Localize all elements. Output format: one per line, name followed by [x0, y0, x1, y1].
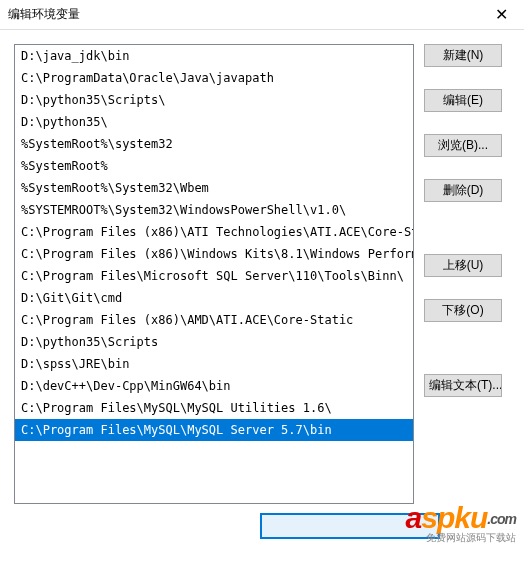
path-list[interactable]: D:\java_jdk\binC:\ProgramData\Oracle\Jav… — [14, 44, 414, 504]
path-list-item[interactable]: D:\java_jdk\bin — [15, 45, 413, 67]
path-list-item[interactable]: D:\python35\Scripts — [15, 331, 413, 353]
ok-button-area[interactable] — [260, 513, 440, 539]
move-up-button[interactable]: 上移(U) — [424, 254, 502, 277]
path-list-item[interactable]: D:\spss\JRE\bin — [15, 353, 413, 375]
path-list-item[interactable]: C:\ProgramData\Oracle\Java\javapath — [15, 67, 413, 89]
path-list-item[interactable]: D:\Git\Git\cmd — [15, 287, 413, 309]
delete-button[interactable]: 删除(D) — [424, 179, 502, 202]
browse-button[interactable]: 浏览(B)... — [424, 134, 502, 157]
path-list-item[interactable]: %SystemRoot%\system32 — [15, 133, 413, 155]
new-button[interactable]: 新建(N) — [424, 44, 502, 67]
path-list-item[interactable]: C:\Program Files\MySQL\MySQL Utilities 1… — [15, 397, 413, 419]
move-down-button[interactable]: 下移(O) — [424, 299, 502, 322]
path-list-item[interactable]: C:\Program Files\Microsoft SQL Server\11… — [15, 265, 413, 287]
path-list-item[interactable]: D:\python35\Scripts\ — [15, 89, 413, 111]
path-list-item[interactable]: %SystemRoot% — [15, 155, 413, 177]
dialog-content: D:\java_jdk\binC:\ProgramData\Oracle\Jav… — [0, 30, 524, 504]
close-icon[interactable]: ✕ — [479, 0, 524, 30]
path-list-item[interactable]: C:\Program Files (x86)\Windows Kits\8.1\… — [15, 243, 413, 265]
side-buttons: 新建(N) 编辑(E) 浏览(B)... 删除(D) 上移(U) 下移(O) 编… — [424, 44, 502, 504]
path-list-item[interactable]: D:\python35\ — [15, 111, 413, 133]
edit-text-button[interactable]: 编辑文本(T)... — [424, 374, 502, 397]
path-list-item[interactable]: C:\Program Files\MySQL\MySQL Server 5.7\… — [15, 419, 413, 441]
path-list-item[interactable]: D:\devC++\Dev-Cpp\MinGW64\bin — [15, 375, 413, 397]
path-list-item[interactable]: %SystemRoot%\System32\Wbem — [15, 177, 413, 199]
window-title: 编辑环境变量 — [8, 6, 80, 23]
path-list-item[interactable]: %SYSTEMROOT%\System32\WindowsPowerShell\… — [15, 199, 413, 221]
path-list-item[interactable]: C:\Program Files (x86)\AMD\ATI.ACE\Core-… — [15, 309, 413, 331]
path-list-item[interactable]: C:\Program Files (x86)\ATI Technologies\… — [15, 221, 413, 243]
title-bar: 编辑环境变量 ✕ — [0, 0, 524, 30]
edit-button[interactable]: 编辑(E) — [424, 89, 502, 112]
